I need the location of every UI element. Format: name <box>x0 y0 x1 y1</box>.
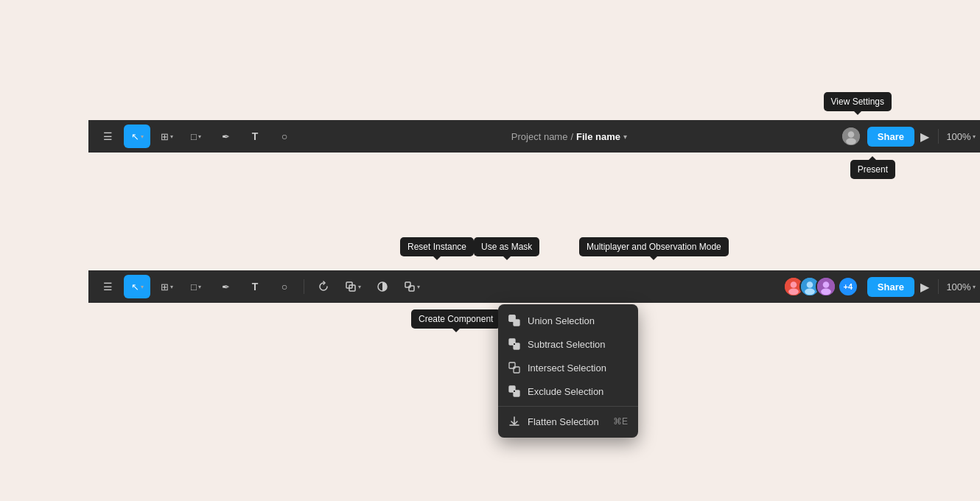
intersect-selection-item[interactable]: Intersect Selection <box>498 356 638 379</box>
intersect-icon <box>508 362 520 374</box>
contrast-icon <box>377 281 388 292</box>
contrast-tool[interactable] <box>369 275 396 298</box>
zoom-chevron-2: ▾ <box>973 284 976 290</box>
frame-tool-group: ⊞ ▾ <box>153 125 180 148</box>
rect-icon: □ <box>191 131 197 142</box>
svg-rect-7 <box>409 286 414 291</box>
svg-point-15 <box>823 281 830 288</box>
frame-chevron: ▾ <box>170 133 173 140</box>
frame-tool[interactable]: ⊞ ▾ <box>153 125 180 148</box>
project-name: Project name <box>511 131 568 142</box>
subtract-icon <box>508 338 520 350</box>
toolbar-divider <box>938 129 939 144</box>
comment-tool[interactable]: ○ <box>271 125 298 148</box>
frame-tool-2[interactable]: ⊞ ▾ <box>153 275 180 298</box>
exclude-selection-label: Exclude Selection <box>528 386 603 397</box>
flatten-selection-item[interactable]: Flatten Selection ⌘E <box>498 410 638 433</box>
bottom-toolbar: ☰ ↖ ▾ ⊞ ▾ □ ▾ ✒ T ○ <box>88 270 980 303</box>
boolean-tool[interactable]: ▾ <box>340 275 366 298</box>
boolean-dropdown: Union Selection Subtract Selection Inter… <box>498 304 638 438</box>
avatar-image <box>842 126 860 147</box>
comment-tool-2[interactable]: ○ <box>271 275 298 298</box>
rect-chevron-2: ▾ <box>198 284 201 290</box>
create-component-tooltip: Create Component <box>411 309 500 329</box>
svg-rect-20 <box>509 315 515 321</box>
frame-icon: ⊞ <box>161 131 169 142</box>
share-button-2[interactable]: Share <box>867 277 914 297</box>
top-toolbar: ☰ ↖ ▾ ⊞ ▾ □ ▾ ✒ T ○ Project name / File … <box>88 120 980 153</box>
reset-icon <box>318 281 329 292</box>
present-icon: ▶ <box>920 130 929 144</box>
avatar-count[interactable]: +4 <box>838 276 858 297</box>
svg-rect-26 <box>514 367 515 368</box>
svg-point-2 <box>846 139 856 145</box>
frame-icon-2: ⊞ <box>161 281 169 292</box>
subtract-selection-label: Subtract Selection <box>528 339 606 350</box>
svg-point-13 <box>805 289 815 295</box>
union-selection-item[interactable]: Union Selection <box>498 309 638 332</box>
union-selection-label: Union Selection <box>528 315 595 326</box>
text-tool[interactable]: T <box>242 125 268 148</box>
boolean-icon <box>345 281 357 292</box>
text-icon-2: T <box>252 281 259 292</box>
svg-rect-23 <box>514 343 515 345</box>
present-icon-2: ▶ <box>920 280 929 294</box>
rect-tool-2[interactable]: □ ▾ <box>183 275 209 298</box>
user-avatar[interactable] <box>841 126 861 147</box>
svg-rect-6 <box>405 282 410 287</box>
present-button[interactable]: ▶ <box>920 130 929 144</box>
layer-tool[interactable]: ▾ <box>399 275 425 298</box>
view-settings-tooltip: View Settings <box>824 92 892 111</box>
cursor-icon: ↖ <box>131 131 139 142</box>
reset-instance-tooltip: Reset Instance <box>400 237 474 256</box>
file-name[interactable]: File name <box>576 131 620 142</box>
exclude-icon <box>508 385 520 397</box>
intersect-selection-label: Intersect Selection <box>528 362 606 374</box>
component-tool[interactable] <box>310 275 337 298</box>
use-as-mask-tooltip: Use as Mask <box>474 237 539 256</box>
layer-icon <box>404 281 416 292</box>
svg-point-9 <box>791 281 797 288</box>
menu-button-2[interactable]: ☰ <box>94 275 121 298</box>
frame-chevron-2: ▾ <box>170 284 173 290</box>
menu-button[interactable]: ☰ <box>94 125 121 148</box>
menu-icon-2: ☰ <box>103 281 113 292</box>
cursor-chevron-2: ▾ <box>141 284 144 290</box>
cursor-tool[interactable]: ↖ ▾ <box>124 125 150 148</box>
breadcrumb-separator: / <box>570 131 573 142</box>
svg-point-10 <box>788 289 799 295</box>
subtract-selection-item[interactable]: Subtract Selection <box>498 332 638 356</box>
layer-chevron: ▾ <box>417 284 420 290</box>
rect-tool[interactable]: □ ▾ <box>183 125 209 148</box>
shape-tool-group: □ ▾ <box>183 125 209 148</box>
zoom-chevron: ▾ <box>973 133 976 140</box>
svg-point-16 <box>821 289 831 295</box>
present-button-2[interactable]: ▶ <box>920 280 929 294</box>
rect-icon-2: □ <box>191 281 197 292</box>
flatten-shortcut: ⌘E <box>613 416 628 427</box>
cursor-tool-2[interactable]: ↖ ▾ <box>124 275 150 298</box>
svg-rect-29 <box>514 390 515 392</box>
cursor-icon-2: ↖ <box>131 281 139 292</box>
avatar-group: +4 <box>783 276 858 297</box>
share-button[interactable]: Share <box>867 127 914 147</box>
dropdown-divider <box>498 406 638 407</box>
zoom-value-2: 100% <box>946 281 970 292</box>
text-icon: T <box>252 130 259 142</box>
pen-tool-2[interactable]: ✒ <box>212 275 239 298</box>
avatar-3[interactable] <box>816 276 836 297</box>
flatten-selection-label: Flatten Selection <box>528 416 599 427</box>
multiplayer-tooltip: Multiplayer and Observation Mode <box>579 237 729 256</box>
filename-chevron: ▾ <box>623 133 627 141</box>
zoom-control-2[interactable]: 100% ▾ <box>948 275 974 298</box>
pen-icon-2: ✒ <box>222 281 230 292</box>
text-tool-2[interactable]: T <box>242 275 268 298</box>
zoom-control[interactable]: 100% ▾ <box>948 125 974 148</box>
frame-tool-group-2: ⊞ ▾ <box>153 275 180 298</box>
pen-tool[interactable]: ✒ <box>212 125 239 148</box>
zoom-value: 100% <box>946 131 970 142</box>
union-icon <box>508 315 520 326</box>
bottom-toolbar-divider <box>938 279 939 294</box>
exclude-selection-item[interactable]: Exclude Selection <box>498 379 638 403</box>
present-tooltip: Present <box>850 160 895 179</box>
